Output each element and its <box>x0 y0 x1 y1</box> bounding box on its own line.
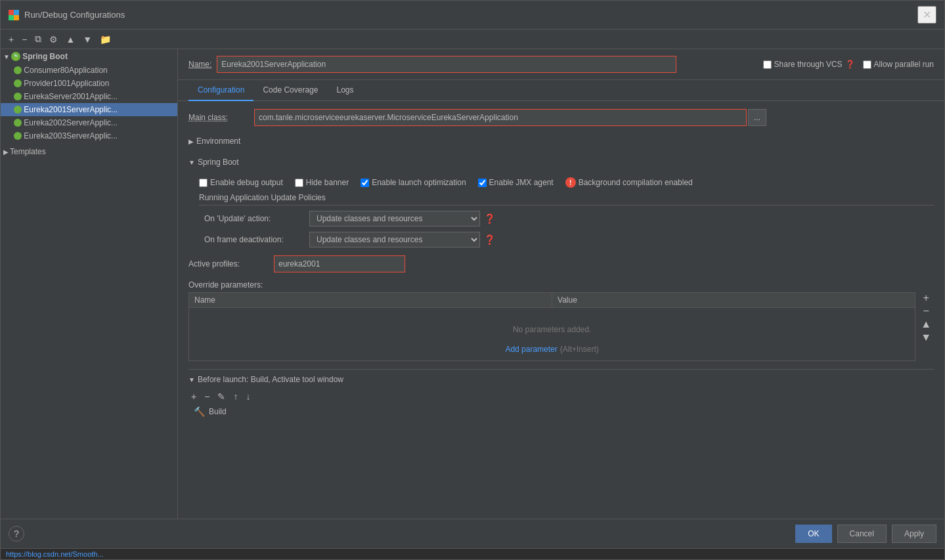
enable-debug-item: Enable debug output <box>199 178 283 187</box>
override-params-label: Override parameters: <box>188 280 934 290</box>
environment-section: ▶ Environment <box>188 133 934 150</box>
before-launch-up-button[interactable]: ↑ <box>231 391 240 402</box>
remove-config-button[interactable]: − <box>19 33 30 46</box>
active-profiles-row: Active profiles: <box>188 255 934 272</box>
main-class-input[interactable] <box>254 109 747 126</box>
sidebar: ▼ 🍃 Spring Boot Consumer80Application Pr… <box>1 49 178 519</box>
params-table-wrapper: Name Value No parameters added. Add para… <box>188 292 934 361</box>
enable-launch-label: Enable launch optimization <box>372 178 466 187</box>
sidebar-item-consumer-label: Consumer80Application <box>24 66 107 75</box>
move-up-button[interactable]: ▲ <box>63 33 77 46</box>
params-side-buttons: + − ▲ ▼ <box>918 292 934 343</box>
cancel-button[interactable]: Cancel <box>837 525 887 543</box>
toolbar: + − ⧉ ⚙ ▲ ▼ 📁 <box>1 30 944 49</box>
sidebar-item-consumer[interactable]: Consumer80Application <box>1 64 177 77</box>
before-launch-edit-button[interactable]: ✎ <box>215 391 228 402</box>
on-update-row: On 'Update' action: Update classes and r… <box>199 211 934 226</box>
svg-rect-2 <box>9 15 14 20</box>
before-launch-remove-button[interactable]: − <box>202 391 212 402</box>
svg-rect-3 <box>14 15 19 20</box>
allow-parallel-row: Allow parallel run <box>863 60 934 69</box>
sidebar-item-eureka-2001[interactable]: Eureka2001ServerApplic... <box>1 103 177 116</box>
params-add-button[interactable]: + <box>920 292 931 304</box>
on-update-select[interactable]: Update classes and resources Hot swap cl… <box>309 211 480 226</box>
hide-banner-checkbox[interactable] <box>295 179 303 187</box>
allow-parallel-checkbox[interactable] <box>863 60 871 69</box>
params-scroll-down-button[interactable]: ▼ <box>918 332 934 343</box>
before-launch-label: Before launch: Build, Activate tool wind… <box>198 375 343 384</box>
background-compilation-item: ! Background compilation enabled <box>565 177 693 188</box>
sidebar-item-eureka-2003[interactable]: Eureka2003ServerApplic... <box>1 129 177 142</box>
main-class-row: Main class: ... <box>188 109 934 126</box>
enable-launch-checkbox[interactable] <box>361 179 369 187</box>
params-remove-button[interactable]: − <box>920 305 931 317</box>
provider-icon <box>14 79 22 87</box>
content-panel: Name: Share through VCS ❓ Allow parallel… <box>178 49 944 519</box>
sidebar-templates[interactable]: ▶ Templates <box>1 145 177 158</box>
enable-jmx-checkbox[interactable] <box>478 179 487 187</box>
bottom-bar: ? OK Cancel Apply <box>1 519 944 548</box>
sidebar-spring-boot-header[interactable]: ▼ 🍃 Spring Boot <box>1 49 177 64</box>
dialog-title: Run/Debug Configurations <box>24 10 917 20</box>
tab-logs[interactable]: Logs <box>327 80 363 101</box>
tab-content: Main class: ... ▶ Environment ▼ Spring B… <box>178 101 944 519</box>
before-launch-down-button[interactable]: ↓ <box>243 391 253 402</box>
sidebar-item-eureka-2002-label: Eureka2002ServerApplic... <box>24 118 118 127</box>
params-col-value: Value <box>552 293 915 307</box>
run-debug-dialog: Run/Debug Configurations ✕ + − ⧉ ⚙ ▲ ▼ 📁… <box>0 0 945 560</box>
environment-arrow-icon: ▶ <box>188 138 194 145</box>
eureka-2001-icon <box>14 106 22 114</box>
tab-logs-label: Logs <box>336 85 353 95</box>
help-button[interactable]: ? <box>9 526 24 542</box>
before-launch-header[interactable]: ▼ Before launch: Build, Activate tool wi… <box>188 375 934 384</box>
folder-button[interactable]: 📁 <box>97 33 114 46</box>
hide-banner-label: Hide banner <box>306 178 349 187</box>
sidebar-item-provider-label: Provider1001Application <box>24 79 109 88</box>
before-launch-arrow-icon: ▼ <box>188 376 195 383</box>
sidebar-templates-label: Templates <box>10 147 46 156</box>
share-vcs-help-icon: ❓ <box>845 60 855 69</box>
name-input[interactable] <box>217 56 676 73</box>
main-class-label: Main class: <box>188 113 254 122</box>
params-table: Name Value No parameters added. Add para… <box>188 292 915 361</box>
ok-button[interactable]: OK <box>795 525 831 543</box>
override-params-section: Override parameters: Name Value No param… <box>188 280 934 361</box>
tabs-bar: Configuration Code Coverage Logs <box>178 80 944 101</box>
on-update-label: On 'Update' action: <box>204 214 309 223</box>
tab-configuration[interactable]: Configuration <box>188 80 253 101</box>
settings-button[interactable]: ⚙ <box>47 33 60 46</box>
checkboxes-row: Enable debug output Hide banner Enable l… <box>188 175 934 193</box>
close-button[interactable]: ✕ <box>917 6 936 24</box>
tab-code-coverage[interactable]: Code Coverage <box>253 80 327 101</box>
before-launch-add-button[interactable]: + <box>188 391 199 402</box>
eureka-2002-icon <box>14 119 22 127</box>
move-down-button[interactable]: ▼ <box>80 33 95 46</box>
apply-button[interactable]: Apply <box>892 525 936 543</box>
build-item-text: Build <box>209 407 227 416</box>
add-config-button[interactable]: + <box>6 33 16 46</box>
active-profiles-input[interactable] <box>274 255 405 272</box>
consumer-icon <box>14 66 22 74</box>
name-row: Name: Share through VCS ❓ Allow parallel… <box>178 49 944 80</box>
status-url: https://blog.csdn.net/Smooth... <box>6 550 104 558</box>
on-update-help-icon: ❓ <box>484 213 495 224</box>
add-param-row: Add parameter (Alt+Insert) <box>505 345 598 354</box>
browse-button[interactable]: ... <box>748 109 766 126</box>
on-frame-select[interactable]: Update classes and resources Hot swap cl… <box>309 232 480 248</box>
copy-config-button[interactable]: ⧉ <box>32 32 44 46</box>
enable-debug-checkbox[interactable] <box>199 179 208 187</box>
sidebar-item-eureka-server-2001[interactable]: EurekaServer2001Applic... <box>1 90 177 103</box>
sidebar-item-eureka-2002[interactable]: Eureka2002ServerApplic... <box>1 116 177 129</box>
status-bar: https://blog.csdn.net/Smooth... <box>1 548 944 559</box>
sidebar-item-provider[interactable]: Provider1001Application <box>1 77 177 90</box>
environment-label: Environment <box>196 137 240 146</box>
share-vcs-checkbox[interactable] <box>763 60 772 69</box>
templates-arrow-icon: ▶ <box>3 148 9 156</box>
spring-boot-section-header[interactable]: ▼ Spring Boot <box>188 155 934 169</box>
params-scroll-up-button[interactable]: ▲ <box>918 318 934 330</box>
add-param-hint: (Alt+Insert) <box>560 345 599 354</box>
environment-header[interactable]: ▶ Environment <box>188 133 934 150</box>
spring-boot-arrow-icon: ▼ <box>188 159 195 166</box>
add-param-link[interactable]: Add parameter <box>505 345 557 354</box>
eureka-server-2001-icon <box>14 93 22 100</box>
